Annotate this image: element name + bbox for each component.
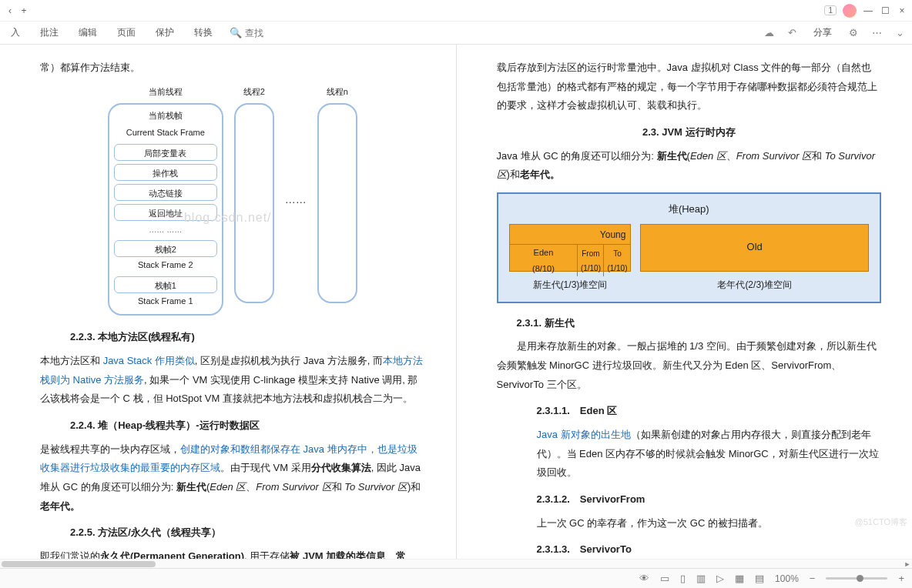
- fit-page-icon[interactable]: ▯: [680, 573, 686, 584]
- stack-header: 当前栈帧: [114, 108, 217, 124]
- old-caption: 老年代(2/3)堆空间: [640, 276, 869, 294]
- search-box[interactable]: 🔍: [230, 27, 291, 38]
- document-area: 💬 常）都算作方法结束。 当前线程 当前栈帧 Current Stack Fra…: [0, 45, 912, 559]
- young-gen: Young Eden(8/10) From(1/10) To(1/10): [509, 224, 632, 272]
- thread-label-n: 线程n: [327, 84, 348, 100]
- page-count-badge: 1: [824, 5, 837, 15]
- stack-header-en: Current Stack Frame: [114, 125, 217, 141]
- eden-region: Eden(8/10): [510, 245, 578, 277]
- body-text: 是被线程共享的一块内存区域，创建的对象和数组都保存在 Java 堆内存中，也是垃…: [40, 440, 425, 516]
- body-text: 即我们常说的永久代(Permanent Generation), 用于存储被 J…: [40, 547, 425, 559]
- ellipsis: ……: [285, 189, 307, 210]
- minimize-button[interactable]: —: [863, 5, 873, 16]
- heading-23: 2.3. JVM 运行时内存: [497, 123, 882, 142]
- scroll-thumb[interactable]: [2, 561, 156, 567]
- body-text: 载后存放到方法区的运行时常量池中。Java 虚拟机对 Class 文件的每一部分…: [497, 58, 882, 115]
- frame-box: 操作栈: [114, 164, 217, 181]
- menu-page[interactable]: 页面: [114, 25, 139, 41]
- zoom-slider[interactable]: [826, 577, 887, 580]
- share-button[interactable]: 分享: [810, 25, 835, 41]
- body-text: 是用来存放新生的对象。一般占据堆的 1/3 空间。由于频繁创建对象，所以新生代会…: [497, 337, 882, 394]
- avatar[interactable]: [843, 4, 857, 18]
- more-icon[interactable]: ⋯: [872, 27, 882, 38]
- search-input[interactable]: [245, 28, 291, 38]
- stack-n: [317, 103, 357, 303]
- young-label: Young: [510, 225, 631, 245]
- heading-2311: 2.3.1.1. Eden 区: [537, 402, 882, 421]
- frame-box: 返回地址: [114, 204, 217, 221]
- maximize-button[interactable]: ☐: [880, 5, 890, 16]
- two-page-icon[interactable]: ▥: [696, 573, 706, 584]
- corner-watermark: @51CTO博客: [855, 516, 907, 528]
- frame-box: 栈帧1: [114, 276, 217, 293]
- heading-223: 2.2.3. 本地方法区(线程私有): [70, 328, 425, 347]
- to-region: To(1/10): [604, 245, 630, 277]
- back-icon[interactable]: ‹: [5, 5, 15, 16]
- thread-diagram: 当前线程 当前栈帧 Current Stack Frame 局部变量表 操作栈 …: [40, 84, 425, 316]
- body-text: 常）都算作方法结束。: [40, 58, 425, 78]
- old-gen: Old: [640, 224, 869, 272]
- heading-225: 2.2.5. 方法区/永久代（线程共享）: [70, 523, 425, 543]
- zoom-in-button[interactable]: +: [898, 573, 904, 584]
- menu-annotate[interactable]: 批注: [37, 25, 62, 41]
- body-text: 上一次 GC 的幸存者，作为这一次 GC 的被扫描者。: [537, 514, 882, 533]
- frame-box: 动态链接: [114, 184, 217, 201]
- toolbar: 入 批注 编辑 页面 保护 转换 🔍 ☁ ↶ 分享 ⚙ ⋯ ⌄: [0, 22, 912, 45]
- thread-label-2: 线程2: [243, 84, 265, 100]
- zoom-value: 100%: [775, 573, 799, 584]
- thread-label-current: 当前线程: [149, 84, 183, 100]
- heap-title: 堆(Heap): [509, 200, 870, 219]
- heading-2313: 2.3.1.3. ServivorTo: [537, 540, 882, 559]
- body-text: Java 新对象的出生地（如果新创建的对象占用内存很大，则直接分配到老年代）。当…: [537, 426, 882, 483]
- settings-icon[interactable]: ⚙: [849, 27, 858, 38]
- fit-width-icon[interactable]: ▭: [660, 573, 669, 584]
- heading-224: 2.2.4. 堆（Heap-线程共享）-运行时数据区: [70, 416, 425, 436]
- new-tab-icon[interactable]: +: [18, 5, 29, 16]
- stack-2: [234, 103, 274, 303]
- page-right: 载后存放到方法区的运行时常量池中。Java 虚拟机对 Class 文件的每一部分…: [456, 45, 913, 559]
- body-text: 本地方法区和 Java Stack 作用类似, 区别是虚拟机栈为执行 Java …: [40, 352, 425, 409]
- horizontal-scrollbar[interactable]: ◄ ►: [0, 559, 912, 568]
- page-left: 常）都算作方法结束。 当前线程 当前栈帧 Current Stack Frame…: [0, 45, 456, 559]
- expand-chevron-icon[interactable]: ⌄: [896, 27, 904, 38]
- zoom-knob[interactable]: [857, 575, 863, 582]
- scroll-right-icon[interactable]: ►: [903, 560, 912, 569]
- menu-edit[interactable]: 编辑: [75, 25, 100, 41]
- frame-box: 局部变量表: [114, 144, 217, 161]
- cloud-icon[interactable]: ☁: [764, 27, 774, 38]
- zoom-out-button[interactable]: −: [810, 573, 816, 584]
- titlebar: ‹ + 1 — ☐ ×: [0, 0, 912, 22]
- frame-label: 栈帧1: [115, 277, 216, 294]
- search-icon: 🔍: [230, 27, 242, 38]
- heading-231: 2.3.1. 新生代: [517, 314, 882, 333]
- menu-convert[interactable]: 转换: [191, 25, 216, 41]
- body-text: Java 堆从 GC 的角度还可以细分为: 新生代(Eden 区、From Su…: [497, 147, 882, 185]
- play-icon[interactable]: ▷: [716, 573, 724, 584]
- thumbnail-icon[interactable]: ▦: [735, 573, 744, 584]
- heap-diagram: 堆(Heap) Young Eden(8/10) From(1/10) To(1…: [497, 192, 882, 302]
- view-eye-icon[interactable]: 👁: [639, 573, 649, 584]
- from-region: From(1/10): [578, 245, 604, 277]
- undo-icon[interactable]: ↶: [788, 27, 796, 38]
- frame-box: 栈帧2: [114, 240, 217, 257]
- frame-label-en: Stack Frame 1: [114, 293, 217, 309]
- layout-icon[interactable]: ▤: [755, 573, 764, 584]
- frame-sep: …… ……: [114, 222, 217, 237]
- close-button[interactable]: ×: [897, 5, 907, 16]
- statusbar: 👁 ▭ ▯ ▥ ▷ ▦ ▤ 100% − +: [0, 568, 912, 588]
- menu-insert[interactable]: 入: [8, 25, 23, 41]
- young-caption: 新生代(1/3)堆空间: [509, 276, 632, 294]
- heading-2312: 2.3.1.2. ServivorFrom: [537, 490, 882, 509]
- frame-label-en: Stack Frame 2: [114, 257, 217, 273]
- menu-protect[interactable]: 保护: [153, 25, 177, 41]
- frame-label: 栈帧2: [115, 241, 216, 258]
- stack-current: 当前栈帧 Current Stack Frame 局部变量表 操作栈 动态链接 …: [108, 103, 223, 316]
